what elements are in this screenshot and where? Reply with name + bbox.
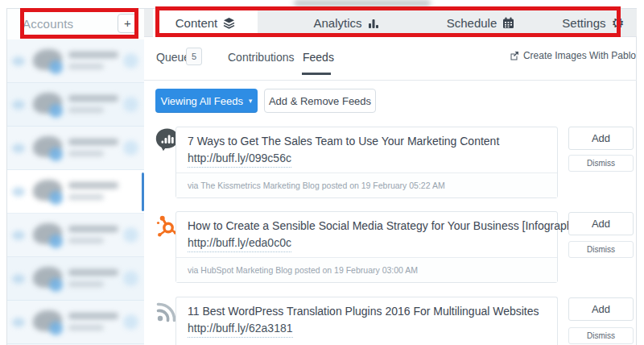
add-button[interactable]: Add bbox=[568, 212, 634, 235]
feed-card-body: 7 Ways to Get The Sales Team to Use Your… bbox=[176, 127, 557, 172]
feed-meta: via The Kissmetrics Marketing Blog poste… bbox=[176, 172, 557, 197]
feed-card: 7 Ways to Get The Sales Team to Use Your… bbox=[175, 127, 558, 198]
feed-card: How to Create a Sensible Social Media St… bbox=[175, 211, 558, 283]
account-type-blurred bbox=[68, 325, 104, 330]
tab-schedule-label: Schedule bbox=[447, 16, 497, 30]
drag-dot-blurred bbox=[12, 187, 25, 197]
account-item[interactable] bbox=[7, 127, 144, 170]
drag-dot-blurred bbox=[12, 231, 25, 240]
network-badge-blurred bbox=[49, 278, 63, 292]
network-badge-blurred bbox=[49, 104, 63, 118]
drag-dot-blurred bbox=[12, 100, 25, 110]
account-item[interactable] bbox=[7, 301, 144, 344]
viewing-dropdown-label: Viewing All Feeds bbox=[161, 95, 243, 107]
count-bubble-blurred bbox=[123, 271, 138, 286]
count-bubble-blurred bbox=[123, 140, 138, 156]
account-type-blurred bbox=[68, 281, 104, 287]
add-remove-label: Add & Remove Feeds bbox=[269, 95, 371, 107]
tab-feeds[interactable]: Feeds bbox=[303, 51, 334, 64]
count-bubble-blurred bbox=[123, 227, 138, 243]
drag-dot-blurred bbox=[12, 318, 25, 327]
account-item[interactable] bbox=[7, 257, 144, 301]
create-images-pablo-link[interactable]: Create Images With Pablo bbox=[510, 50, 636, 61]
account-name-blurred bbox=[68, 269, 118, 276]
tab-content[interactable]: Content bbox=[153, 9, 258, 37]
account-name-blurred bbox=[68, 313, 118, 319]
subnav-divider bbox=[144, 80, 637, 81]
drag-dot-blurred bbox=[12, 56, 25, 66]
dismiss-button[interactable]: Dismiss bbox=[568, 155, 634, 172]
account-type-blurred bbox=[68, 107, 104, 113]
feed-title: 7 Ways to Get The Sales Team to Use Your… bbox=[188, 133, 546, 150]
feed-title: 11 Best WordPress Translation Plugins 20… bbox=[188, 303, 546, 320]
account-item[interactable] bbox=[7, 214, 144, 257]
app-frame: Accounts + Content bbox=[0, 0, 644, 345]
feed-url-link[interactable]: http://buff.ly/62a3181 bbox=[188, 320, 293, 338]
account-type-blurred bbox=[68, 151, 104, 156]
accounts-title: Accounts bbox=[23, 17, 73, 31]
tab-schedule[interactable]: Schedule bbox=[428, 9, 533, 37]
dismiss-button[interactable]: Dismiss bbox=[568, 241, 634, 258]
add-button[interactable]: Add bbox=[568, 127, 634, 150]
bar-chart-icon bbox=[368, 18, 379, 29]
account-name-blurred bbox=[68, 226, 118, 232]
viewing-all-feeds-dropdown[interactable]: Viewing All Feeds ▾ bbox=[155, 89, 258, 113]
external-link-icon bbox=[510, 51, 519, 60]
chevron-down-icon: ▾ bbox=[249, 97, 253, 105]
tab-contributions[interactable]: Contributions bbox=[228, 51, 295, 64]
layers-icon bbox=[223, 17, 235, 29]
selected-indicator-bar bbox=[142, 172, 144, 211]
account-name-blurred bbox=[68, 182, 118, 189]
add-account-button[interactable]: + bbox=[118, 14, 138, 33]
drag-dot-blurred bbox=[12, 143, 25, 153]
count-bubble-blurred bbox=[123, 314, 138, 330]
account-type-blurred bbox=[68, 194, 104, 200]
tab-analytics-label: Analytics bbox=[313, 16, 361, 30]
network-badge-blurred bbox=[49, 191, 63, 205]
accounts-header: Accounts + bbox=[7, 9, 144, 39]
network-badge-blurred bbox=[49, 148, 63, 161]
add-button[interactable]: Add bbox=[568, 297, 634, 321]
calendar-icon bbox=[502, 17, 514, 29]
account-item[interactable] bbox=[7, 39, 144, 83]
feed-card-body: How to Create a Sensible Social Media St… bbox=[176, 212, 557, 257]
queue-count-badge[interactable]: 5 bbox=[186, 48, 202, 65]
feed-meta: via HubSpot Marketing Blog posted on 19 … bbox=[176, 257, 557, 282]
add-remove-feeds-button[interactable]: Add & Remove Feeds bbox=[264, 89, 376, 113]
account-item-selected[interactable] bbox=[7, 170, 144, 214]
account-type-blurred bbox=[68, 238, 104, 243]
network-badge-blurred bbox=[49, 60, 63, 74]
account-type-blurred bbox=[68, 64, 104, 69]
tab-analytics[interactable]: Analytics bbox=[294, 9, 398, 37]
dismiss-button[interactable]: Dismiss bbox=[568, 327, 634, 344]
tab-queue[interactable]: Queue bbox=[156, 51, 190, 64]
account-name-blurred bbox=[68, 139, 118, 145]
network-badge-blurred bbox=[49, 235, 63, 248]
count-bubble-blurred bbox=[123, 97, 138, 112]
tab-settings-label: Settings bbox=[562, 16, 605, 30]
accounts-list bbox=[7, 39, 144, 345]
account-item[interactable] bbox=[7, 83, 144, 127]
feeds-active-underline bbox=[302, 73, 331, 75]
tab-content-label: Content bbox=[175, 16, 218, 30]
account-name-blurred bbox=[68, 95, 118, 102]
count-bubble-blurred bbox=[123, 53, 138, 69]
feed-card-body: 11 Best WordPress Translation Plugins 20… bbox=[176, 297, 557, 343]
blurred-browser-text bbox=[294, 0, 431, 6]
feed-url-link[interactable]: http://buff.ly/eda0c0c bbox=[188, 235, 291, 252]
pablo-link-label: Create Images With Pablo bbox=[523, 50, 636, 61]
gear-icon: ⚙ bbox=[612, 16, 625, 31]
network-badge-blurred bbox=[49, 322, 63, 335]
drag-dot-blurred bbox=[12, 274, 25, 284]
feed-title: How to Create a Sensible Social Media St… bbox=[188, 218, 546, 235]
feed-url-link[interactable]: http://buff.ly/099c56c bbox=[188, 150, 291, 168]
tab-settings[interactable]: Settings ⚙ bbox=[543, 9, 644, 37]
account-name-blurred bbox=[68, 52, 118, 58]
feed-card: 11 Best WordPress Translation Plugins 20… bbox=[175, 297, 558, 345]
